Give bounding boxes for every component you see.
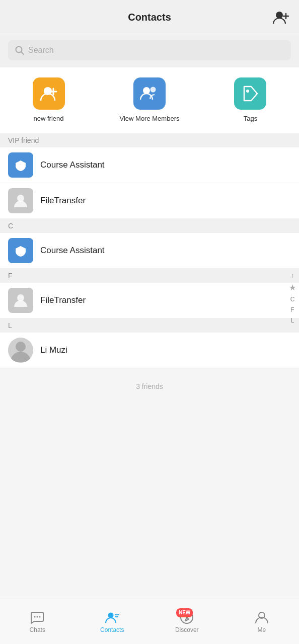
view-members-icon [133, 77, 166, 110]
index-star[interactable]: ★ [289, 282, 296, 293]
tags-icon [234, 77, 266, 110]
vip-section-header: VIP friend [0, 133, 299, 147]
course-assistant-row[interactable]: Course Assistant [0, 233, 299, 269]
discover-new-badge: NEW [176, 608, 193, 617]
svg-point-18 [16, 342, 26, 352]
header: Contacts [0, 0, 299, 35]
index-sidebar: ↑ ★ C F L [289, 272, 296, 325]
file-transfer-avatar [8, 288, 33, 313]
svg-point-19 [34, 616, 36, 617]
page-title: Contacts [128, 12, 171, 23]
li-muzi-row[interactable]: Li Muzi [0, 333, 299, 368]
friends-count: 3 friends [0, 368, 299, 509]
contacts-icon [105, 610, 119, 624]
course-assistant-vip-name: Course Assistant [40, 160, 105, 170]
file-transfer-row[interactable]: FileTransfer [0, 283, 299, 318]
li-muzi-avatar [8, 338, 33, 363]
svg-line-4 [21, 52, 24, 54]
new-friend-label: new friend [34, 115, 64, 122]
section-c-header: C [0, 219, 299, 233]
section-f-header: F [0, 269, 299, 283]
new-friend-button[interactable]: new friend [33, 77, 65, 122]
friends-count-text: 3 friends [12, 382, 287, 390]
search-input[interactable]: Search [28, 46, 54, 55]
svg-point-20 [37, 616, 38, 617]
svg-point-22 [108, 612, 113, 618]
vip-contacts-list: Course Assistant FileTransfer [0, 147, 299, 219]
nav-contacts[interactable]: Contacts [75, 610, 150, 633]
index-f[interactable]: F [290, 306, 294, 314]
file-transfer-name: FileTransfer [40, 295, 86, 305]
bottom-nav: Chats Contacts NEW Discover [0, 599, 299, 644]
nav-chats-label: Chats [30, 626, 45, 633]
file-transfer-vip-avatar [8, 188, 33, 213]
search-bar-wrapper: Search [0, 35, 299, 67]
li-muzi-name: Li Muzi [40, 345, 67, 355]
course-assistant-avatar [8, 238, 33, 263]
tags-label: Tags [244, 115, 257, 122]
nav-me[interactable]: Me [225, 610, 300, 633]
section-l-header: L [0, 318, 299, 333]
new-friend-icon [33, 77, 65, 110]
section-l-contacts: Li Muzi [0, 333, 299, 368]
index-up-arrow[interactable]: ↑ [291, 272, 294, 280]
nav-discover-label: Discover [175, 626, 199, 633]
section-c-contacts: Course Assistant [0, 233, 299, 269]
nav-me-label: Me [257, 626, 266, 633]
course-assistant-name: Course Assistant [40, 246, 105, 256]
index-c[interactable]: C [290, 295, 295, 304]
nav-contacts-label: Contacts [100, 626, 124, 633]
svg-point-10 [246, 90, 249, 93]
nav-chats[interactable]: Chats [0, 610, 75, 633]
svg-point-21 [39, 616, 41, 617]
add-contact-button[interactable] [273, 11, 289, 25]
view-more-members-button[interactable]: View More Members [120, 77, 180, 122]
vip-contact-row[interactable]: Course Assistant [0, 147, 299, 183]
add-person-icon [273, 11, 289, 25]
svg-point-9 [150, 87, 156, 93]
chat-icon [30, 610, 44, 624]
course-assistant-vip-avatar [8, 152, 33, 178]
svg-point-13 [17, 195, 24, 202]
file-transfer-vip-row[interactable]: FileTransfer [0, 183, 299, 219]
section-f-contacts: FileTransfer [0, 283, 299, 318]
svg-point-16 [17, 294, 24, 301]
quick-actions: new friend View More Members Tags [0, 67, 299, 133]
tags-button[interactable]: Tags [234, 77, 266, 122]
view-more-members-label: View More Members [120, 115, 180, 122]
file-transfer-vip-name: FileTransfer [40, 196, 86, 206]
nav-discover[interactable]: NEW Discover [150, 610, 225, 633]
search-icon [15, 46, 24, 55]
search-bar[interactable]: Search [8, 40, 291, 60]
me-icon [255, 610, 269, 624]
index-l[interactable]: L [291, 316, 294, 325]
